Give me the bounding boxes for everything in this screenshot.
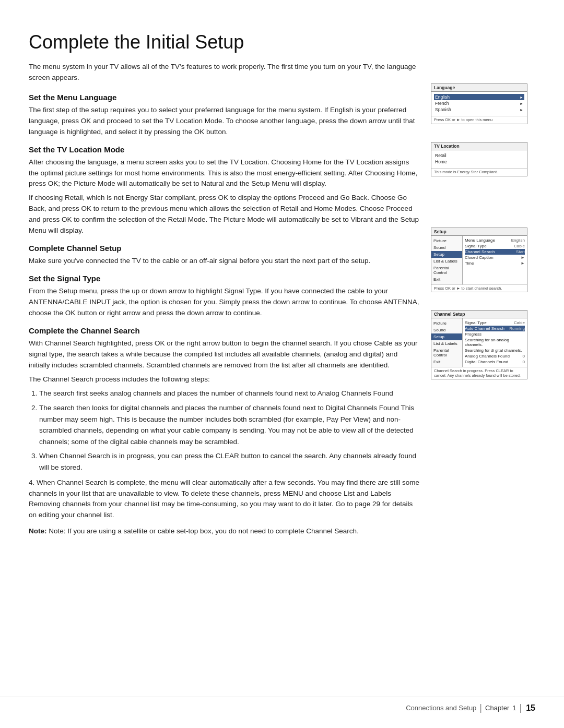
footer-section-label: Connections and Setup (406, 704, 476, 712)
footer-right: Connections and Setup | Chapter 1 | 15 (406, 702, 535, 713)
setup-row-channel-search: Channel Search Start (465, 249, 525, 255)
language-screen-body: English ► French ► Spanish ► (431, 92, 527, 115)
section-heading-menu-language: Set the Menu Language (29, 93, 420, 102)
setup-screen-inner: Picture Sound Setup List & Labels Parent… (431, 236, 527, 284)
intro-paragraph: The menu system in your TV allows all of… (29, 62, 420, 83)
channel-nav-parental: Parental Control (431, 347, 462, 359)
section-para-signal-type-1: From the Setup menu, press the up or dow… (29, 286, 420, 319)
footer-page-number: 15 (526, 703, 535, 713)
section-menu-language: Set the Menu Language The first step of … (29, 93, 420, 138)
list-item: The search then looks for digital channe… (39, 402, 420, 447)
section-para-channel-search-after-1: 4. When Channel Search is complete, the … (29, 478, 420, 521)
language-row-spanish: Spanish ► (434, 106, 524, 113)
page-title: Complete the Initial Setup (29, 31, 420, 53)
section-para-channel-search-2: The Channel Search process includes the … (29, 374, 420, 385)
channel-right-content: Signal Type Cable Auto Channel Search Ru… (463, 318, 527, 367)
footer-chapter-label: Chapter (485, 704, 509, 712)
channel-nav-picture: Picture (431, 320, 462, 327)
setup-screen-caption: Press OK or ► to start channel search. (431, 284, 527, 292)
setup-row-closed-caption: Closed Caption ► (465, 255, 525, 260)
channel-row-analog-found: Analog Channels Found 0 (465, 353, 525, 359)
channel-row-searching-digital: Searching for di gital channels. (465, 348, 525, 353)
channel-row-progress: Progress (465, 331, 525, 337)
tv-location-screen: TV Location Retail Home This mode is Ene… (431, 142, 527, 176)
setup-nav-parental: Parental Control (431, 265, 462, 276)
language-screen-caption: Press OK or ► to open this menu (431, 116, 527, 124)
section-para-channel-setup-1: Make sure you've connected the TV to the… (29, 256, 420, 267)
section-para-tv-location-1: After choosing the language, a menu scre… (29, 157, 420, 190)
tv-location-screen-title: TV Location (431, 142, 527, 150)
setup-right-content: Menu Language English Signal Type Cable … (463, 236, 527, 284)
section-heading-channel-search: Complete the Channel Search (29, 326, 420, 335)
section-heading-signal-type: Set the Signal Type (29, 274, 420, 283)
channel-screen-inner: Picture Sound Setup List & Labels Parent… (431, 318, 527, 367)
channel-search-screen: Channel Setup Picture Sound Setup List &… (431, 310, 527, 379)
list-item: The search first seeks analog channels a… (39, 388, 420, 399)
language-row-english: English ► (434, 94, 524, 100)
setup-row-time: Time ► (465, 260, 525, 266)
setup-nav-picture: Picture (431, 237, 462, 244)
channel-row-signal: Signal Type Cable (465, 320, 525, 326)
section-tv-location: Set the TV Location Mode After choosing … (29, 145, 420, 236)
setup-row-signal-type: Signal Type Cable (465, 243, 525, 249)
channel-row-auto-search: Auto Channel Search Running (465, 326, 525, 331)
setup-menu-screen: Setup Picture Sound Setup List & Labels … (431, 228, 527, 292)
channel-row-digital-found: Digital Channels Found 0 (465, 359, 525, 365)
section-signal-type: Set the Signal Type From the Setup menu,… (29, 274, 420, 319)
setup-nav-setup: Setup (431, 251, 462, 258)
channel-nav-setup: Setup (431, 333, 462, 340)
channel-left-nav: Picture Sound Setup List & Labels Parent… (431, 318, 463, 367)
tv-location-screen-note: This mode is Energy Star Compliant. (431, 168, 527, 176)
channel-nav-sound: Sound (431, 327, 462, 333)
footer-separator: | (479, 702, 482, 713)
page-footer: Connections and Setup | Chapter 1 | 15 (0, 697, 564, 713)
section-heading-channel-setup: Complete Channel Setup (29, 244, 420, 253)
channel-nav-exit: Exit (431, 359, 462, 365)
setup-row-menu-lang: Menu Language English (465, 237, 525, 243)
language-screen: Language English ► French ► Spanish ► (431, 83, 527, 124)
section-heading-tv-location: Set the TV Location Mode (29, 145, 420, 154)
screen-mockups-column: Language English ► French ► Spanish ► (431, 31, 535, 544)
setup-nav-exit: Exit (431, 276, 462, 283)
setup-nav-sound: Sound (431, 244, 462, 251)
tv-location-screen-body: Retail Home (431, 150, 527, 167)
section-channel-setup: Complete Channel Setup Make sure you've … (29, 244, 420, 267)
tv-location-row-retail: Retail (434, 152, 524, 159)
setup-screen-title: Setup (431, 228, 527, 236)
footer-page-separator: | (520, 702, 522, 713)
channel-nav-list-labels: List & Labels (431, 340, 462, 347)
channel-row-searching-analog: Searching for an analog channels. (465, 337, 525, 348)
setup-left-nav: Picture Sound Setup List & Labels Parent… (431, 236, 463, 284)
language-screen-title: Language (431, 84, 527, 92)
language-row-french: French ► (434, 100, 524, 106)
channel-screen-title: Channel Setup (431, 311, 527, 318)
section-para-menu-language-1: The first step of the setup requires you… (29, 105, 420, 138)
setup-nav-list-labels: List & Labels (431, 258, 462, 265)
list-item: When Channel Search is in progress, you … (39, 450, 420, 473)
channel-screen-caption: Channel Search in progress. Press CLEAR … (431, 367, 527, 379)
channel-search-list: The search first seeks analog channels a… (39, 388, 420, 473)
section-note: Note: Note: If you are using a satellite… (29, 526, 420, 537)
section-para-tv-location-2: If choosing Retail, which is not Energy … (29, 193, 420, 236)
footer-chapter-number: 1 (512, 704, 516, 712)
section-para-channel-search-1: With Channel Search highlighted, press O… (29, 338, 420, 371)
section-channel-search: Complete the Channel Search With Channel… (29, 326, 420, 537)
tv-location-row-home: Home (434, 159, 524, 165)
